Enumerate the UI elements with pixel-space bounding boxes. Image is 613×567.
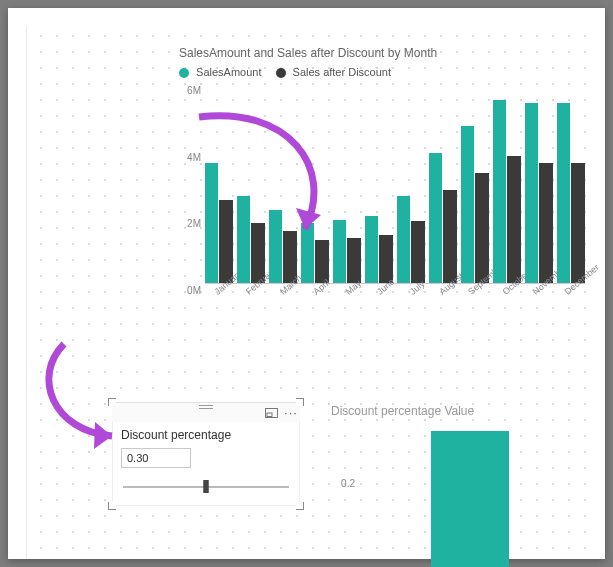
slider-thumb[interactable] — [204, 480, 209, 493]
bar-discounted — [315, 240, 328, 283]
svg-rect-1 — [267, 413, 272, 417]
bar-discounted — [507, 156, 520, 283]
bar-sales — [301, 223, 314, 283]
bar-group: June — [365, 216, 393, 283]
bar-discounted — [379, 235, 392, 283]
bar-discounted — [443, 190, 456, 283]
bar-discounted — [571, 163, 584, 283]
y-tick: 4M — [175, 151, 201, 162]
slicer-body: Discount percentage — [112, 422, 300, 506]
bar-discounted — [411, 221, 424, 283]
bar-discounted — [475, 173, 488, 283]
bars-container: JanuaryFebruaryMarchAprilMayJuneJulyAugu… — [205, 84, 585, 284]
bar-sales — [365, 216, 378, 283]
bar-group: February — [237, 196, 265, 283]
legend-item-2: Sales after Discount — [276, 66, 392, 78]
legend-swatch — [179, 68, 189, 78]
bar-discounted — [219, 200, 232, 283]
y-tick: 0M — [175, 285, 201, 296]
bar-group: December — [557, 103, 585, 283]
selection-handle[interactable] — [296, 398, 304, 406]
bar-group: October — [493, 100, 521, 283]
visual-header: ··· — [112, 402, 300, 422]
svg-marker-3 — [94, 422, 112, 449]
bar-sales — [461, 126, 474, 283]
legend-item-1: SalesAmount — [179, 66, 262, 78]
bar-sales — [525, 103, 538, 283]
legend-swatch — [276, 68, 286, 78]
bar-sales — [205, 163, 218, 283]
more-options-icon[interactable]: ··· — [284, 406, 298, 420]
chart-title: SalesAmount and Sales after Discount by … — [179, 46, 579, 60]
y-tick: 6M — [175, 85, 201, 96]
selection-handle[interactable] — [108, 502, 116, 510]
bar-group: November — [525, 103, 553, 283]
drag-grip-icon[interactable] — [199, 405, 213, 409]
plot-area: 0M2M4M6MJanuaryFebruaryMarchAprilMayJune… — [205, 84, 585, 284]
slicer-value-input[interactable] — [121, 448, 191, 468]
bar-sales — [397, 196, 410, 283]
slicer-slider[interactable] — [121, 480, 291, 494]
bar-group: July — [397, 196, 425, 283]
selection-handle[interactable] — [296, 502, 304, 510]
selection-handle[interactable] — [108, 398, 116, 406]
bar-sales — [557, 103, 570, 283]
focus-mode-icon[interactable] — [264, 406, 278, 420]
bar-group: August — [429, 153, 457, 283]
y-tick: 0.2 — [331, 478, 355, 489]
bar-group: March — [269, 210, 297, 283]
discount-slicer-visual[interactable]: ··· Discount percentage — [112, 402, 300, 506]
discount-value-chart: Discount percentage Value 0.00.2 — [331, 404, 591, 567]
value-bar — [431, 431, 509, 567]
bar-sales — [333, 220, 346, 283]
bar-discounted — [347, 238, 360, 283]
bar-group: January — [205, 163, 233, 283]
bar-sales — [493, 100, 506, 283]
bar-sales — [237, 196, 250, 283]
plot2-area: 0.00.2 — [359, 422, 579, 567]
chart2-title: Discount percentage Value — [331, 404, 591, 418]
legend-label: SalesAmount — [196, 66, 261, 78]
bar-group: September — [461, 126, 489, 283]
bar-discounted — [539, 163, 552, 283]
bar-group: May — [333, 220, 361, 283]
bar-sales — [269, 210, 282, 283]
main-bar-chart: SalesAmount and Sales after Discount by … — [179, 46, 579, 326]
slicer-title: Discount percentage — [121, 428, 291, 442]
legend-label: Sales after Discount — [293, 66, 391, 78]
bar-sales — [429, 153, 442, 283]
bar-group: April — [301, 223, 329, 283]
y-tick: 2M — [175, 218, 201, 229]
chart-legend: SalesAmount Sales after Discount — [179, 66, 579, 78]
